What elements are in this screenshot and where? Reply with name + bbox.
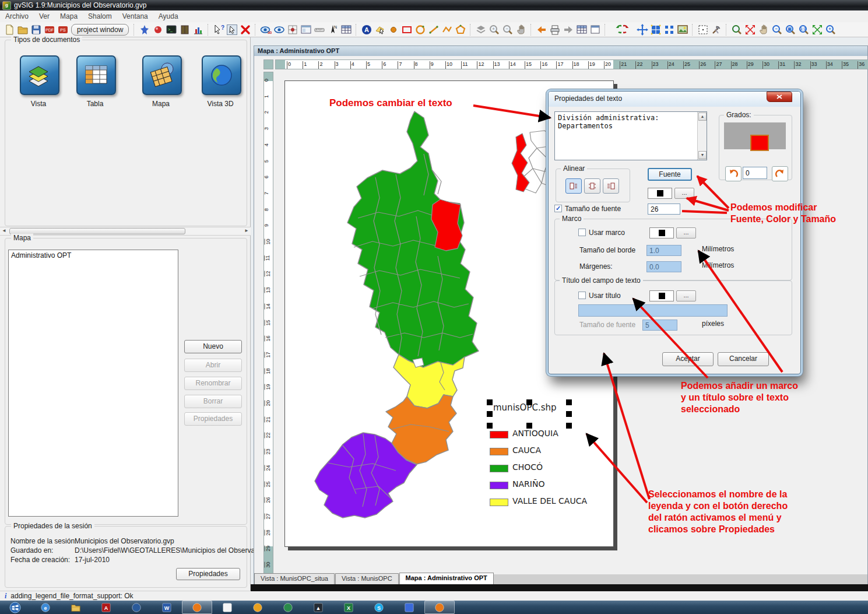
- scroll-down-icon[interactable]: ▼: [698, 151, 707, 159]
- tamano-fuente-checkbox[interactable]: ✓: [554, 205, 562, 212]
- selection-handle[interactable]: [566, 423, 572, 429]
- insert-polyline-icon[interactable]: [440, 23, 454, 36]
- info-pointer-icon[interactable]: ?: [212, 23, 225, 36]
- usar-marco-checkbox[interactable]: [578, 229, 586, 236]
- menu-shalom[interactable]: Shalom: [83, 11, 117, 22]
- view-3d-icon[interactable]: 3D: [259, 23, 272, 36]
- marco-color-swatch[interactable]: [649, 227, 674, 238]
- rotate-right-button[interactable]: [772, 166, 788, 181]
- scroll-right-icon[interactable]: ►: [243, 227, 251, 234]
- menu-ventana[interactable]: Ventana: [117, 11, 153, 22]
- selection-handle[interactable]: [487, 411, 493, 417]
- project-window-button[interactable]: project window: [71, 24, 129, 36]
- textarea-scrollbar[interactable]: ▲ ▼: [697, 112, 707, 160]
- selection-handle[interactable]: [526, 399, 532, 405]
- menu-ver[interactable]: Ver: [34, 11, 55, 22]
- insert-line-icon[interactable]: [427, 23, 440, 36]
- zoom-out-disabled-icon[interactable]: −: [501, 23, 514, 36]
- doc-type-globe-icon[interactable]: [202, 55, 241, 95]
- installer-icon[interactable]: [243, 601, 273, 614]
- abrir-button[interactable]: Abrir: [184, 359, 242, 372]
- font-color-picker-button[interactable]: ...: [674, 188, 694, 199]
- selection-handle[interactable]: [526, 423, 532, 429]
- zoom-full-extent-icon[interactable]: [730, 23, 743, 36]
- skype-icon[interactable]: S: [364, 601, 394, 614]
- doc-type-map-icon[interactable]: [142, 55, 182, 95]
- marco-color-picker-button[interactable]: ...: [676, 227, 696, 238]
- new-window-icon[interactable]: [588, 23, 602, 36]
- borrar-button[interactable]: Borrar: [184, 395, 242, 408]
- attribute-table-icon[interactable]: [339, 23, 353, 36]
- list-item[interactable]: Administrativo OPT: [11, 251, 175, 259]
- open-project-icon[interactable]: [16, 23, 29, 36]
- tab-vista-munisopc-situa[interactable]: Vista : MunisOPC_situa: [254, 573, 335, 585]
- selection-handle[interactable]: [566, 411, 572, 417]
- menu-ayuda[interactable]: Ayuda: [153, 11, 184, 22]
- nuevo-button[interactable]: Nuevo: [184, 340, 242, 353]
- insert-polygon-icon[interactable]: [454, 23, 467, 36]
- web-globe-icon[interactable]: [273, 601, 303, 614]
- text-content-value[interactable]: División administrativa: Departamentos: [555, 112, 707, 132]
- propiedades-button[interactable]: Propiedades: [184, 412, 242, 426]
- renombrar-button[interactable]: Renombrar: [184, 377, 242, 390]
- gvsig-running-icon[interactable]: [424, 601, 455, 614]
- clear-selection-icon[interactable]: [238, 23, 252, 36]
- grados-input[interactable]: [743, 167, 767, 179]
- doc-type-table-icon[interactable]: [76, 55, 116, 95]
- google-earth-icon[interactable]: ▲: [303, 601, 333, 614]
- selection-handle[interactable]: [566, 399, 572, 405]
- zoom-previous-icon[interactable]: −: [770, 23, 783, 36]
- zoom-plus-icon[interactable]: +: [824, 23, 837, 36]
- tab-vista-munisopc[interactable]: Vista : MunisOPC: [335, 573, 399, 585]
- north-arrow-icon[interactable]: N: [326, 23, 339, 36]
- save-project-icon[interactable]: [29, 23, 43, 36]
- menu-mapa[interactable]: Mapa: [55, 11, 83, 22]
- scroll-left-icon[interactable]: ◄: [0, 227, 8, 234]
- undo-view-icon[interactable]: [609, 23, 622, 36]
- console-icon[interactable]: >_: [164, 23, 178, 36]
- panel-window-icon[interactable]: [299, 23, 312, 36]
- usar-titulo-checkbox[interactable]: [578, 292, 586, 299]
- pan-tool-icon[interactable]: [757, 23, 770, 36]
- insert-text-icon[interactable]: A: [360, 23, 373, 36]
- region-antioquia[interactable]: [431, 199, 462, 251]
- fuente-button[interactable]: Fuente: [648, 168, 692, 181]
- thunderbird-icon[interactable]: [121, 601, 152, 614]
- map-document-list[interactable]: Administrativo OPT: [8, 250, 178, 517]
- start-button-icon[interactable]: [0, 601, 30, 614]
- align-right-button[interactable]: [603, 178, 619, 194]
- doc-type-layers-icon[interactable]: [20, 55, 59, 95]
- text-content-field[interactable]: División administrativa: Departamentos ▲…: [554, 111, 707, 160]
- zoom-in-disabled-icon[interactable]: +: [487, 23, 501, 36]
- map-window-titlebar[interactable]: Mapa : Administrativo OPT: [254, 46, 867, 56]
- zoom-document-icon[interactable]: ▣: [783, 23, 797, 36]
- selection-frame-icon[interactable]: [696, 23, 709, 36]
- export-pdf-icon[interactable]: PDF: [43, 23, 56, 36]
- dialog-titlebar[interactable]: Propiedades del texto: [549, 92, 800, 107]
- media-player-icon[interactable]: [394, 601, 424, 614]
- select-graphic-icon[interactable]: [373, 23, 386, 36]
- tab-mapa-administrativo-opt[interactable]: Mapa : Administrativo OPT: [399, 573, 494, 585]
- cancelar-button[interactable]: Cancelar: [718, 352, 769, 366]
- insert-circle-icon[interactable]: [413, 23, 427, 36]
- region-antioquia-strip[interactable]: [512, 134, 529, 192]
- selection-handle[interactable]: [487, 399, 493, 405]
- pan-disabled-icon[interactable]: [514, 23, 528, 36]
- close-icon[interactable]: [767, 92, 792, 102]
- explorer-folder-icon[interactable]: [61, 601, 91, 614]
- zoom-scale-icon[interactable]: 1:1: [797, 23, 810, 36]
- titulo-color-swatch[interactable]: [649, 290, 674, 301]
- aceptar-button[interactable]: Aceptar: [662, 352, 714, 366]
- scrollbar-thumb[interactable]: [9, 228, 185, 234]
- navigate-back-icon[interactable]: [535, 23, 548, 36]
- redo-view-icon[interactable]: [622, 23, 635, 36]
- move-element-icon[interactable]: [635, 23, 649, 36]
- chart-tool-icon[interactable]: [191, 23, 205, 36]
- insert-image-icon[interactable]: [676, 23, 689, 36]
- align-left-button[interactable]: [565, 178, 582, 194]
- new-document-icon[interactable]: [2, 23, 16, 36]
- scripting-icon[interactable]: [178, 23, 191, 36]
- excel-icon[interactable]: X: [333, 601, 364, 614]
- text-properties-dialog[interactable]: Propiedades del texto División administr…: [548, 91, 801, 374]
- word-icon[interactable]: W: [152, 601, 182, 614]
